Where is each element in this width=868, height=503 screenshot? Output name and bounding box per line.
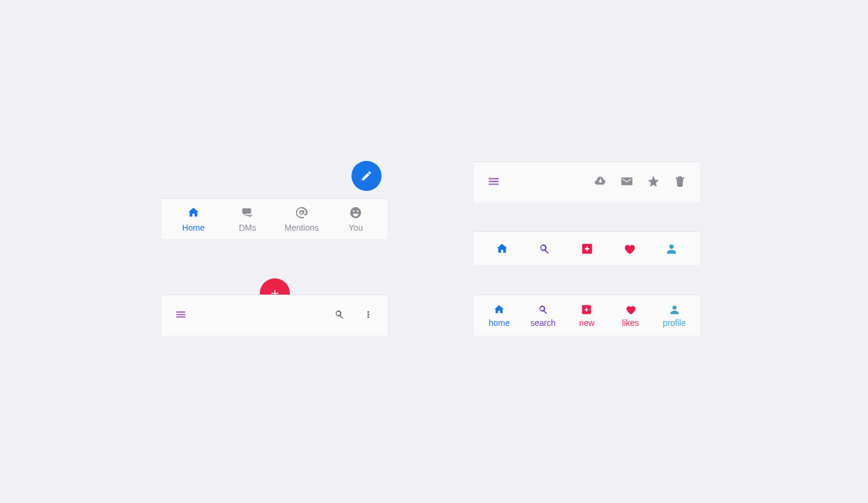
tab-search[interactable] xyxy=(523,242,565,255)
home-icon xyxy=(187,206,200,219)
toolbar-actions xyxy=(474,161,700,202)
tab-profile[interactable] xyxy=(650,242,693,255)
tab-mentions[interactable]: Mentions xyxy=(275,206,329,233)
tab-new-label: new xyxy=(579,318,595,328)
star-icon xyxy=(647,175,660,188)
more-vert-icon xyxy=(362,308,374,320)
tab-search-label: search xyxy=(530,318,556,328)
menu-button[interactable] xyxy=(175,308,187,322)
more-button[interactable] xyxy=(362,308,374,322)
download-button[interactable] xyxy=(594,175,607,190)
user-icon xyxy=(668,304,681,316)
home-icon xyxy=(495,242,509,255)
at-icon xyxy=(295,206,308,219)
delete-button[interactable] xyxy=(673,175,687,190)
menu-button-2[interactable] xyxy=(487,175,500,190)
trash-icon xyxy=(673,175,687,188)
menu-icon xyxy=(175,308,187,320)
tab-likes-label: likes xyxy=(622,318,639,328)
tab-dms-label: DMs xyxy=(239,223,256,233)
tab-you[interactable]: You xyxy=(329,206,383,233)
tab-home-2[interactable] xyxy=(481,242,523,255)
heart-icon xyxy=(623,242,636,255)
tab-likes-2[interactable]: likes xyxy=(609,295,653,336)
tab-you-label: You xyxy=(348,223,363,233)
plus-square-icon xyxy=(580,304,593,316)
home-icon xyxy=(493,304,505,316)
tab-profile-2[interactable]: profile xyxy=(652,295,696,336)
tab-search-2[interactable]: search xyxy=(521,295,565,336)
tab-home-label: home xyxy=(489,318,510,328)
tab-home-label: Home xyxy=(182,223,204,233)
envelope-icon xyxy=(620,175,634,188)
favorite-button[interactable] xyxy=(647,175,660,190)
tab-home[interactable]: Home xyxy=(166,206,221,233)
toolbar-simple xyxy=(162,295,388,336)
tab-profile-label: profile xyxy=(663,318,686,328)
tabbar-social: Home DMs Mentions You xyxy=(162,198,388,239)
tab-home-3[interactable]: home xyxy=(477,295,521,336)
smile-icon xyxy=(349,206,362,219)
tabbar-icons xyxy=(474,231,700,265)
compose-fab[interactable] xyxy=(351,161,382,191)
comments-icon xyxy=(241,206,254,219)
tab-new-2[interactable]: new xyxy=(565,295,609,336)
search-icon xyxy=(538,242,551,255)
menu-icon xyxy=(487,175,500,188)
tab-dms[interactable]: DMs xyxy=(221,206,275,233)
tab-mentions-label: Mentions xyxy=(285,223,319,233)
cloud-download-icon xyxy=(594,175,607,188)
tab-likes[interactable] xyxy=(608,242,650,255)
heart-icon xyxy=(624,304,637,316)
tabbar-icons-labels: home search new likes profile xyxy=(474,295,700,336)
pencil-icon xyxy=(360,170,373,182)
search-icon xyxy=(333,308,345,320)
search-button[interactable] xyxy=(333,308,345,322)
plus-square-icon xyxy=(580,242,594,255)
search-icon xyxy=(537,304,549,316)
mail-button[interactable] xyxy=(620,175,634,190)
tab-new[interactable] xyxy=(565,242,608,255)
user-icon xyxy=(665,242,678,255)
